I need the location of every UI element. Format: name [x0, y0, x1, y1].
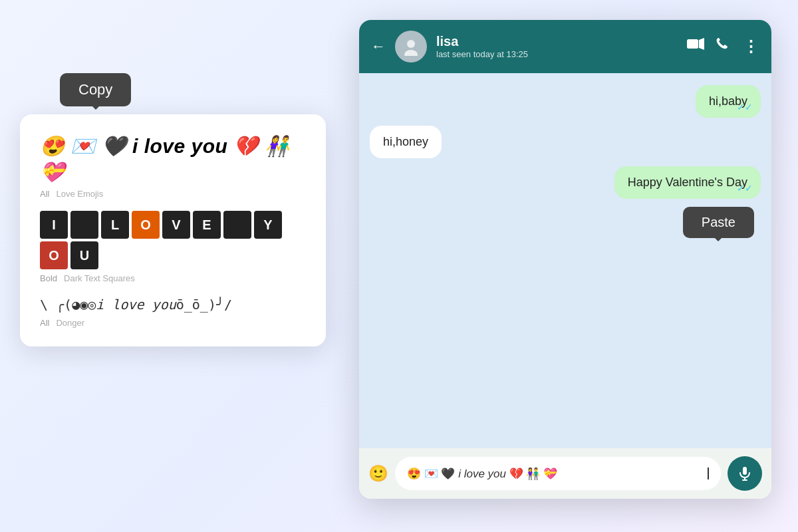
message-tick-3: ✓✓ — [737, 183, 753, 194]
input-cursor — [708, 467, 709, 479]
more-options-icon[interactable]: ⋮ — [743, 37, 759, 56]
back-button[interactable]: ← — [371, 38, 386, 55]
donger-tags: All Donger — [40, 318, 306, 328]
wa-footer: 🙂 😍 💌 🖤 i love you 💔 👫 💝 — [359, 448, 771, 499]
message-bubble-1: hi,baby ✓✓ — [696, 85, 761, 118]
phone-icon[interactable] — [716, 37, 731, 56]
sq-Y: Y — [254, 211, 282, 239]
mic-button[interactable] — [728, 456, 762, 491]
tag-bold: Bold — [40, 273, 57, 283]
sq-space — [70, 211, 98, 239]
video-call-icon[interactable] — [687, 37, 704, 56]
tag-all: All — [40, 189, 49, 199]
message-tick-1: ✓✓ — [737, 102, 753, 112]
tag-love-emojis: Love Emojis — [56, 189, 103, 199]
message-row-3: Happy Valentine's Day ✓✓ — [370, 166, 761, 199]
message-input[interactable]: 😍 💌 🖤 i love you 💔 👫 💝 — [395, 457, 721, 490]
love-emojis-row[interactable]: 😍 💌 🖤 i love you 💔 👫 💝 All Love Emojis — [40, 133, 306, 199]
love-emojis-tags: All Love Emojis — [40, 189, 306, 199]
copy-tooltip[interactable]: Copy — [60, 73, 131, 106]
tag-donger: Donger — [56, 318, 84, 328]
svg-marker-3 — [699, 38, 704, 50]
sq-I: I — [40, 211, 68, 239]
bold-squares-tags: Bold Dark Text Squares — [40, 273, 306, 283]
message-text-3: Happy Valentine's Day — [628, 176, 747, 189]
contact-info: lisa last seen today at 13:25 — [436, 34, 678, 59]
message-row-2: hi,honey — [370, 126, 761, 158]
avatar — [395, 31, 427, 63]
message-text-2: hi,honey — [383, 135, 428, 148]
sq-L: L — [101, 211, 129, 239]
svg-rect-4 — [743, 467, 747, 475]
sq-O: O — [132, 211, 160, 239]
copy-card-section: Copy 😍 💌 🖤 i love you 💔 👫 💝 All Love Emo… — [20, 73, 326, 346]
svg-rect-2 — [687, 39, 698, 49]
sq-O2: O — [40, 241, 68, 269]
wa-header: ← lisa last seen today at 13:25 — [359, 20, 771, 73]
emoji-picker-button[interactable]: 🙂 — [368, 464, 388, 483]
message-row-1: hi,baby ✓✓ — [370, 85, 761, 118]
donger-row[interactable]: \ ╭(◕◉◎i love youō̲ō̲)╯/ All Donger — [40, 295, 306, 328]
copy-card: 😍 💌 🖤 i love you 💔 👫 💝 All Love Emojis I… — [20, 114, 326, 346]
squares-text: I L O V E Y O U — [40, 211, 306, 269]
whatsapp-panel: ← lisa last seen today at 13:25 — [359, 20, 771, 499]
paste-tooltip[interactable]: Paste — [683, 207, 754, 238]
svg-point-0 — [407, 40, 415, 48]
input-text: 😍 💌 🖤 i love you 💔 👫 💝 — [407, 467, 708, 481]
sq-E: E — [193, 211, 221, 239]
contact-name: lisa — [436, 34, 678, 49]
message-bubble-3: Happy Valentine's Day ✓✓ — [614, 166, 761, 199]
tag-dark-text-squares: Dark Text Squares — [64, 273, 135, 283]
sq-space2 — [223, 211, 251, 239]
wa-chat-body: hi,baby ✓✓ hi,honey Happy Valentine's Da… — [359, 73, 771, 448]
tag-all-donger: All — [40, 318, 49, 328]
love-emojis-text: 😍 💌 🖤 i love you 💔 👫 💝 — [40, 133, 306, 185]
donger-text: \ ╭(◕◉◎i love youō̲ō̲)╯/ — [40, 295, 306, 314]
sq-V: V — [162, 211, 190, 239]
bold-squares-row[interactable]: I L O V E Y O U Bold Dark Text Squares — [40, 211, 306, 283]
message-bubble-2: hi,honey — [370, 126, 442, 158]
paste-tooltip-wrap: Paste — [370, 207, 754, 238]
sq-U: U — [70, 241, 98, 269]
header-icons: ⋮ — [687, 37, 759, 56]
svg-point-1 — [404, 50, 418, 56]
contact-status: last seen today at 13:25 — [436, 49, 678, 59]
